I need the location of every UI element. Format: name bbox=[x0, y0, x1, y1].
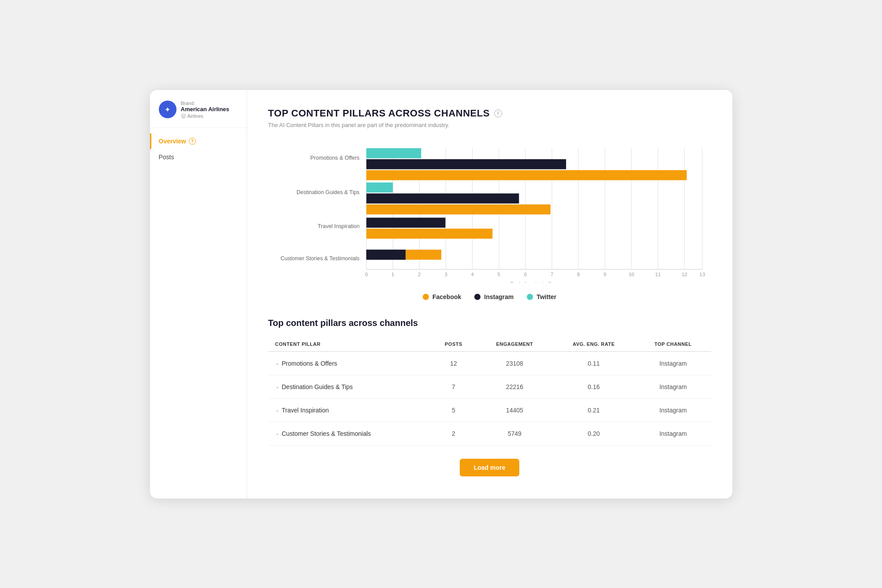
brand-name: American Airlines bbox=[181, 106, 229, 113]
svg-text:Posts / content pillars: Posts / content pillars bbox=[510, 281, 558, 282]
brand-icon: ✦ bbox=[159, 101, 176, 118]
legend-twitter: Twitter bbox=[527, 293, 556, 300]
svg-text:0: 0 bbox=[365, 272, 368, 277]
page-title: TOP CONTENT PILLARS ACROSS CHANNELS i bbox=[268, 108, 711, 119]
cell-posts: 12 bbox=[430, 352, 477, 375]
cell-pillar: ⌄ Destination Guides & Tips bbox=[268, 375, 430, 398]
svg-text:1: 1 bbox=[391, 272, 394, 277]
bar-chart: Promotions & Offers Destination Guides &… bbox=[273, 142, 707, 283]
chevron-icon: ⌄ bbox=[275, 431, 279, 436]
page-info-icon[interactable]: i bbox=[494, 109, 502, 117]
svg-rect-29 bbox=[405, 249, 441, 259]
cell-posts: 2 bbox=[430, 422, 477, 445]
main-content: TOP CONTENT PILLARS ACROSS CHANNELS i Th… bbox=[247, 90, 732, 498]
svg-text:7: 7 bbox=[550, 272, 553, 277]
cell-engagement: 22216 bbox=[477, 375, 552, 398]
chart-legend: Facebook Instagram Twitter bbox=[273, 293, 707, 300]
svg-rect-23 bbox=[366, 193, 519, 203]
th-avg-eng-rate: AVG. ENG. RATE bbox=[552, 337, 635, 352]
twitter-dot bbox=[527, 294, 533, 300]
legend-instagram: Instagram bbox=[474, 293, 514, 300]
cell-top-channel: Instagram bbox=[635, 375, 711, 398]
legend-facebook: Facebook bbox=[423, 293, 461, 300]
cell-pillar: ⌄ Travel Inspiration bbox=[268, 398, 430, 422]
pillar-name: Customer Stories & Testimonials bbox=[282, 430, 371, 437]
svg-text:13: 13 bbox=[699, 272, 705, 277]
svg-rect-25 bbox=[366, 217, 445, 228]
cell-engagement: 5749 bbox=[477, 422, 552, 445]
data-table: CONTENT PILLAR POSTS ENGAGEMENT AVG. ENG… bbox=[268, 337, 711, 446]
chevron-icon: ⌄ bbox=[275, 407, 279, 413]
svg-text:5: 5 bbox=[497, 272, 500, 277]
chart-container: Promotions & Offers Destination Guides &… bbox=[268, 142, 711, 300]
cell-top-channel: Instagram bbox=[635, 422, 711, 445]
table-header-row: CONTENT PILLAR POSTS ENGAGEMENT AVG. ENG… bbox=[268, 337, 711, 352]
svg-text:Customer Stories & Testimonial: Customer Stories & Testimonials bbox=[280, 255, 359, 261]
table-row[interactable]: ⌄ Customer Stories & Testimonials 2 5749… bbox=[268, 422, 711, 445]
th-top-channel: TOP CHANNEL bbox=[635, 337, 711, 352]
cell-top-channel: Instagram bbox=[635, 352, 711, 375]
svg-text:9: 9 bbox=[603, 272, 606, 277]
svg-text:Destination Guides & Tips: Destination Guides & Tips bbox=[297, 189, 360, 195]
cell-posts: 7 bbox=[430, 375, 477, 398]
svg-text:2: 2 bbox=[418, 272, 420, 277]
section-title: Top content pillars across channels bbox=[268, 318, 711, 328]
layers-icon bbox=[181, 113, 186, 119]
cell-posts: 5 bbox=[430, 398, 477, 422]
cell-pillar: ⌄ Promotions & Offers bbox=[268, 352, 430, 375]
table-row[interactable]: ⌄ Destination Guides & Tips 7 22216 0.16… bbox=[268, 375, 711, 398]
brand-info: Brand: American Airlines Airlines bbox=[181, 101, 229, 119]
svg-rect-28 bbox=[366, 249, 405, 259]
cell-top-channel: Instagram bbox=[635, 398, 711, 422]
svg-text:3: 3 bbox=[444, 272, 447, 277]
brand-sub: Airlines bbox=[181, 113, 229, 119]
pillar-name: Promotions & Offers bbox=[282, 360, 338, 367]
sidebar-item-posts[interactable]: Posts bbox=[150, 149, 247, 165]
sidebar-nav: Overview ? Posts bbox=[150, 133, 247, 165]
svg-text:10: 10 bbox=[628, 272, 634, 277]
sidebar: ✦ Brand: American Airlines Airlines Over… bbox=[150, 90, 247, 498]
chevron-icon: ⌄ bbox=[275, 384, 279, 390]
svg-text:8: 8 bbox=[577, 272, 579, 277]
chevron-icon: ⌄ bbox=[275, 360, 279, 366]
svg-text:Travel Inspiration: Travel Inspiration bbox=[318, 223, 360, 229]
cell-avg-eng-rate: 0.11 bbox=[552, 352, 635, 375]
facebook-dot bbox=[423, 294, 429, 300]
svg-text:12: 12 bbox=[681, 272, 687, 277]
svg-rect-21 bbox=[366, 170, 687, 180]
cell-avg-eng-rate: 0.20 bbox=[552, 422, 635, 445]
svg-rect-26 bbox=[366, 228, 492, 239]
cell-engagement: 14405 bbox=[477, 398, 552, 422]
th-pillar: CONTENT PILLAR bbox=[268, 337, 430, 352]
cell-avg-eng-rate: 0.16 bbox=[552, 375, 635, 398]
sidebar-divider bbox=[150, 127, 247, 128]
th-posts: POSTS bbox=[430, 337, 477, 352]
svg-rect-19 bbox=[366, 148, 421, 158]
sidebar-item-overview[interactable]: Overview ? bbox=[150, 133, 247, 149]
help-icon: ? bbox=[189, 138, 196, 145]
svg-rect-20 bbox=[366, 159, 566, 169]
load-more-button[interactable]: Load more bbox=[460, 459, 520, 476]
table-row[interactable]: ⌄ Travel Inspiration 5 14405 0.21 Instag… bbox=[268, 398, 711, 422]
cell-avg-eng-rate: 0.21 bbox=[552, 398, 635, 422]
page-subtitle: The AI Content Pillars in this panel are… bbox=[268, 122, 711, 128]
instagram-dot bbox=[474, 294, 480, 300]
svg-text:Promotions & Offers: Promotions & Offers bbox=[310, 154, 359, 161]
th-engagement: ENGAGEMENT bbox=[477, 337, 552, 352]
cell-engagement: 23108 bbox=[477, 352, 552, 375]
pillar-name: Travel Inspiration bbox=[282, 407, 329, 414]
svg-rect-22 bbox=[366, 182, 393, 192]
pillar-name: Destination Guides & Tips bbox=[282, 383, 353, 390]
svg-marker-0 bbox=[181, 114, 186, 116]
app-container: ✦ Brand: American Airlines Airlines Over… bbox=[150, 90, 732, 498]
svg-text:6: 6 bbox=[524, 272, 526, 277]
brand-section: ✦ Brand: American Airlines Airlines bbox=[150, 101, 247, 128]
svg-text:11: 11 bbox=[655, 272, 661, 277]
cell-pillar: ⌄ Customer Stories & Testimonials bbox=[268, 422, 430, 445]
brand-label: Brand: bbox=[181, 101, 229, 106]
table-row[interactable]: ⌄ Promotions & Offers 12 23108 0.11 Inst… bbox=[268, 352, 711, 375]
svg-rect-24 bbox=[366, 204, 550, 214]
svg-text:4: 4 bbox=[471, 272, 473, 277]
